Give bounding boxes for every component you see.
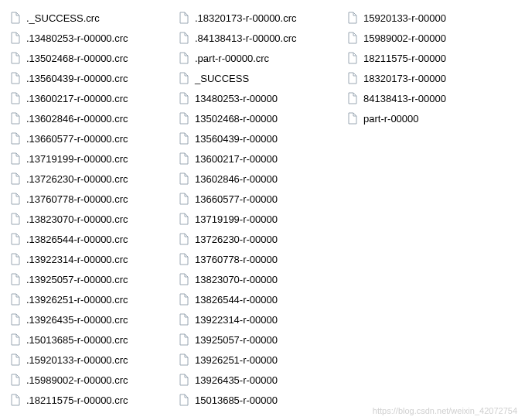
file-name-label: .13719199-r-00000.crc [26,153,128,165]
file-item[interactable]: 13719199-r-00000 [178,209,332,229]
file-item[interactable]: 15920133-r-00000 [346,8,501,28]
file-name-label: 13502468-r-00000 [195,113,278,125]
file-name-label: .13926251-r-00000.crc [26,294,128,306]
file-name-label: part-r-00000 [363,113,419,125]
file-item[interactable]: .13660577-r-00000.crc [9,128,164,149]
file-icon [178,193,190,205]
file-item[interactable]: 13926251-r-00000 [178,350,332,370]
file-name-label: .13823070-r-00000.crc [26,213,128,225]
file-item[interactable]: .13600217-r-00000.crc [9,88,164,108]
file-name-label: 13719199-r-00000 [195,213,278,225]
file-item[interactable]: .15013685-r-00000.crc [9,330,164,350]
file-item[interactable]: 18320173-r-00000 [346,68,501,88]
file-item[interactable]: 15989002-r-00000 [346,28,501,48]
file-item[interactable]: .84138413-r-00000.crc [178,28,332,48]
file-item[interactable]: 84138413-r-00000 [346,88,501,108]
file-name-label: .13502468-r-00000.crc [26,53,128,64]
file-item[interactable]: .13726230-r-00000.crc [9,169,164,189]
file-icon [9,72,22,84]
file-item[interactable]: 13602846-r-00000 [178,169,332,189]
file-icon [9,353,22,366]
file-item[interactable]: 13922314-r-00000 [178,309,332,330]
file-item[interactable]: 13660577-r-00000 [178,189,332,209]
file-icon [9,92,22,104]
file-icon [178,32,190,44]
file-icon [9,112,22,125]
file-item[interactable]: 18211575-r-00000 [346,48,501,68]
file-icon [178,313,190,326]
file-icon [9,233,22,245]
file-name-label: .15920133-r-00000.crc [26,354,128,366]
file-name-label: .13602846-r-00000.crc [26,113,128,125]
file-icon [9,193,22,205]
file-item[interactable]: 13926435-r-00000 [178,370,332,390]
file-name-label: .13922314-r-00000.crc [26,254,128,265]
file-name-label: 13925057-r-00000 [195,334,278,346]
file-icon [178,152,190,165]
file-item[interactable]: .13922314-r-00000.crc [9,249,164,269]
file-item[interactable]: .13502468-r-00000.crc [9,48,164,68]
file-icon [9,172,22,185]
file-icon [9,52,22,64]
file-item[interactable]: .13926251-r-00000.crc [9,289,164,309]
file-name-label: .13726230-r-00000.crc [26,173,128,185]
file-icon [178,353,190,366]
file-item[interactable]: .13826544-r-00000.crc [9,229,164,249]
file-name-label: 13826544-r-00000 [195,294,278,306]
file-icon [9,32,22,44]
file-item[interactable]: _SUCCESS [178,68,332,88]
file-item[interactable]: .13719199-r-00000.crc [9,149,164,169]
file-item[interactable]: .13480253-r-00000.crc [9,28,164,48]
file-name-label: 13600217-r-00000 [195,153,278,165]
file-icon [9,213,22,225]
file-item[interactable]: 13826544-r-00000 [178,289,332,309]
file-item[interactable]: .13760778-r-00000.crc [9,189,164,209]
file-name-label: 15013685-r-00000 [195,394,278,406]
file-item[interactable]: .15989002-r-00000.crc [9,370,164,390]
file-item[interactable]: .13823070-r-00000.crc [9,209,164,229]
file-item[interactable]: .part-r-00000.crc [178,48,332,68]
file-list: ._SUCCESS.crc.13480253-r-00000.crc.13502… [9,8,516,410]
file-name-label: .13600217-r-00000.crc [26,93,128,104]
file-item[interactable]: 13925057-r-00000 [178,330,332,350]
file-icon [178,333,190,346]
file-icon [9,293,22,306]
file-name-label: .13480253-r-00000.crc [26,32,128,44]
file-icon [178,273,190,285]
file-item[interactable]: .13925057-r-00000.crc [9,269,164,289]
file-item[interactable]: 13600217-r-00000 [178,149,332,169]
file-item[interactable]: part-r-00000 [346,108,501,128]
file-item[interactable]: ._SUCCESS.crc [9,8,164,28]
file-icon [9,313,22,326]
file-item[interactable]: .18320173-r-00000.crc [178,8,332,28]
file-item[interactable]: 13760778-r-00000 [178,249,332,269]
file-name-label: 13926435-r-00000 [195,374,278,386]
file-name-label: .18320173-r-00000.crc [195,12,297,24]
file-item[interactable]: .13602846-r-00000.crc [9,108,164,128]
file-name-label: .18211575-r-00000.crc [26,394,128,406]
file-name-label: 13602846-r-00000 [195,173,278,185]
file-name-label: .84138413-r-00000.crc [195,32,297,44]
file-name-label: 84138413-r-00000 [363,93,446,104]
file-item[interactable]: 13726230-r-00000 [178,229,332,249]
file-item[interactable]: 13823070-r-00000 [178,269,332,289]
file-icon [178,92,190,104]
file-item[interactable]: 15013685-r-00000 [178,390,332,410]
file-item[interactable]: .13560439-r-00000.crc [9,68,164,88]
file-item[interactable]: .15920133-r-00000.crc [9,350,164,370]
file-name-label: .13826544-r-00000.crc [26,234,128,245]
file-icon [178,12,190,24]
file-item[interactable]: .13926435-r-00000.crc [9,309,164,330]
file-icon [9,132,22,145]
file-icon [9,12,22,24]
file-icon [346,12,359,24]
file-item[interactable]: .18211575-r-00000.crc [9,390,164,410]
file-icon [9,273,22,285]
file-name-label: .13926435-r-00000.crc [26,314,128,326]
file-name-label: .15013685-r-00000.crc [26,334,128,346]
file-icon [178,72,190,84]
file-item[interactable]: 13502468-r-00000 [178,108,332,128]
file-item[interactable]: 13480253-r-00000 [178,88,332,108]
file-icon [9,374,22,386]
file-item[interactable]: 13560439-r-00000 [178,128,332,149]
